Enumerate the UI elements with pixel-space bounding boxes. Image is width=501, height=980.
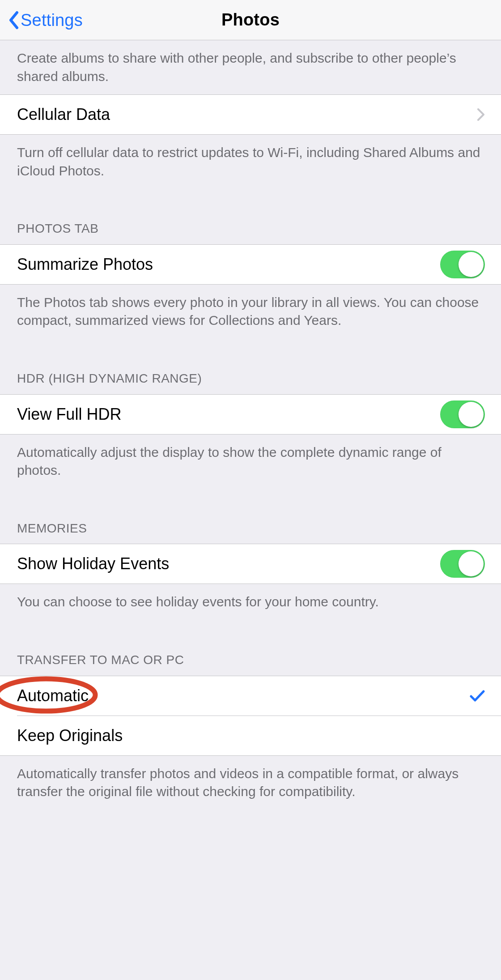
memories-header: MEMORIES (0, 489, 501, 544)
automatic-label: Automatic (17, 686, 470, 705)
transfer-group: Automatic Keep Originals (0, 676, 501, 756)
keep-originals-label: Keep Originals (17, 726, 485, 745)
show-holiday-events-row[interactable]: Show Holiday Events (0, 544, 501, 584)
cellular-data-footer: Turn off cellular data to restrict updat… (0, 135, 501, 189)
view-full-hdr-label: View Full HDR (17, 405, 440, 424)
photos-tab-footer: The Photos tab shows every photo in your… (0, 285, 501, 339)
cellular-data-row[interactable]: Cellular Data (0, 95, 501, 134)
navigation-bar: Settings Photos (0, 0, 501, 40)
summarize-photos-row[interactable]: Summarize Photos (0, 245, 501, 284)
summarize-photos-toggle[interactable] (440, 251, 485, 278)
photos-tab-header: PHOTOS TAB (0, 189, 501, 244)
transfer-footer: Automatically transfer photos and videos… (0, 756, 501, 810)
chevron-right-icon (477, 108, 485, 121)
view-full-hdr-row[interactable]: View Full HDR (0, 395, 501, 434)
back-label: Settings (21, 11, 83, 30)
hdr-header: HDR (HIGH DYNAMIC RANGE) (0, 339, 501, 394)
chevron-left-icon (8, 11, 19, 30)
memories-group: Show Holiday Events (0, 544, 501, 584)
summarize-photos-label: Summarize Photos (17, 255, 440, 274)
automatic-row[interactable]: Automatic (0, 676, 501, 716)
shared-albums-footer: Create albums to share with other people… (0, 40, 501, 94)
show-holiday-events-toggle[interactable] (440, 550, 485, 578)
hdr-group: View Full HDR (0, 394, 501, 435)
memories-footer: You can choose to see holiday events for… (0, 584, 501, 620)
keep-originals-row[interactable]: Keep Originals (0, 716, 501, 755)
cellular-data-group: Cellular Data (0, 94, 501, 135)
back-button[interactable]: Settings (8, 0, 83, 40)
checkmark-icon (470, 690, 485, 702)
cellular-data-label: Cellular Data (17, 105, 477, 124)
view-full-hdr-toggle[interactable] (440, 401, 485, 428)
show-holiday-events-label: Show Holiday Events (17, 554, 440, 573)
hdr-footer: Automatically adjust the display to show… (0, 435, 501, 489)
photos-tab-group: Summarize Photos (0, 244, 501, 285)
page-title: Photos (221, 10, 280, 30)
transfer-header: TRANSFER TO MAC OR PC (0, 620, 501, 676)
